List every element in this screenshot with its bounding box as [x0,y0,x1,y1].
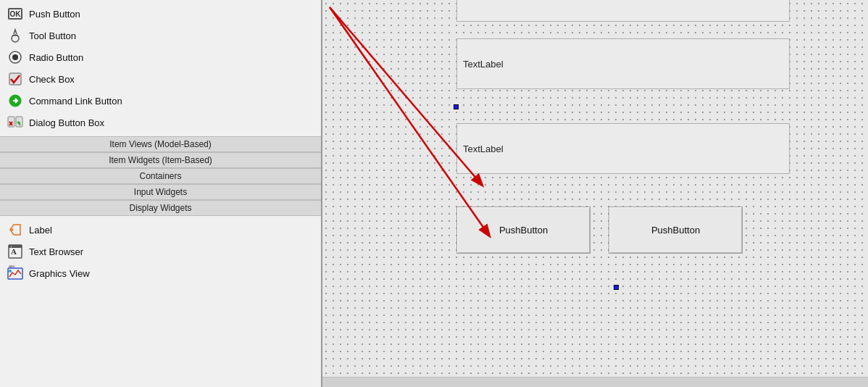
horizontal-scrollbar[interactable] [322,377,868,387]
tool-button-label: Tool Button [29,30,76,41]
display-widget-list: Label A I Text Browser abc [0,216,321,287]
sidebar-item-tool-button[interactable]: Tool Button [0,25,321,46]
text-browser-label: Text Browser [29,246,83,257]
radio-button-icon [7,49,23,65]
svg-point-14 [9,270,12,272]
push-button-1-text: PushButton [499,225,548,236]
text-label-widget-1[interactable]: TextLabel [456,38,790,89]
push-button-2-text: PushButton [651,225,700,236]
sidebar-item-command-link[interactable]: Command Link Button [0,90,321,112]
category-containers[interactable]: Containers [0,168,321,184]
dialog-box-icon [7,115,23,130]
label-widget-label: Label [29,225,52,236]
push-button-label: Push Button [29,9,80,20]
sidebar-item-text-browser[interactable]: A I Text Browser [0,241,321,262]
text-label-widget-2[interactable]: TextLabel [456,123,790,174]
graphics-view-icon: abc [7,265,23,281]
sidebar-item-radio-button[interactable]: Radio Button [0,46,321,68]
push-button-widget-2[interactable]: PushButton [609,207,743,254]
category-item-widgets[interactable]: Item Widgets (Item-Based) [0,152,321,168]
text-label-2-text: TextLabel [463,143,504,154]
graphics-view-label: Graphics View [29,268,90,279]
dialog-box-label: Dialog Button Box [29,117,104,128]
svg-text:I: I [11,245,12,249]
push-button-icon: OK [7,6,23,22]
selection-handle-tl [454,104,459,109]
category-display-widgets[interactable]: Display Widgets [0,200,321,216]
sidebar-item-graphics-view[interactable]: abc Graphics View [0,262,321,284]
label-icon [7,222,23,238]
command-link-icon [7,93,23,109]
left-panel: OK Push Button Tool Button Radio Button [0,0,322,387]
widget-list: OK Push Button Tool Button Radio Button [0,0,321,136]
text-browser-icon: A I [7,244,23,259]
check-box-icon [7,71,23,87]
svg-rect-5 [8,117,14,127]
text-label-widget-top[interactable] [456,0,790,22]
sidebar-item-label[interactable]: Label [0,219,321,241]
check-box-label: Check Box [29,74,75,85]
text-label-1-text: TextLabel [463,59,504,70]
sidebar-item-check-box[interactable]: Check Box [0,68,321,90]
tool-button-icon [7,28,23,43]
selection-handle-br [614,285,619,290]
svg-point-2 [12,54,18,60]
svg-point-8 [12,229,14,231]
category-input-widgets[interactable]: Input Widgets [0,184,321,200]
radio-button-label: Radio Button [29,52,83,63]
push-button-widget-1[interactable]: PushButton [456,207,591,254]
right-panel: TextLabel TextLabel PushButton PushButto… [322,0,868,387]
command-link-label: Command Link Button [29,96,122,107]
category-item-views[interactable]: Item Views (Model-Based) [0,136,321,152]
sidebar-item-dialog-box[interactable]: Dialog Button Box [0,112,321,133]
svg-text:abc: abc [9,265,15,268]
sidebar-item-push-button[interactable]: OK Push Button [0,3,321,25]
